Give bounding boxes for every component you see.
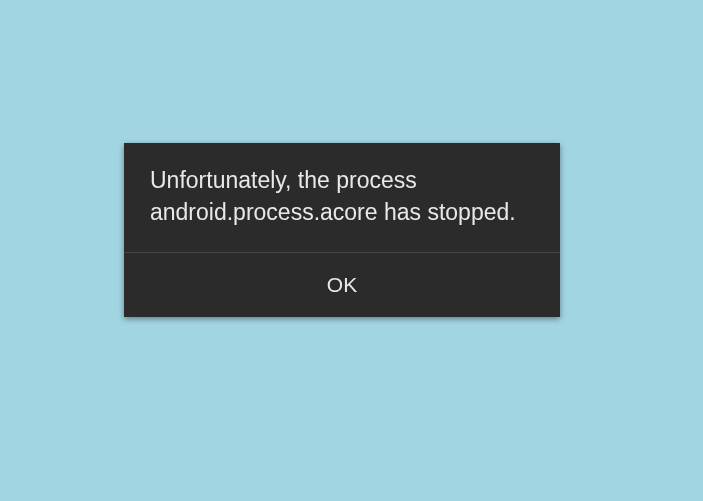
ok-button[interactable]: OK <box>124 253 560 317</box>
dialog-message: Unfortunately, the process android.proce… <box>124 143 560 253</box>
error-dialog: Unfortunately, the process android.proce… <box>124 143 560 317</box>
dialog-actions: OK <box>124 253 560 317</box>
